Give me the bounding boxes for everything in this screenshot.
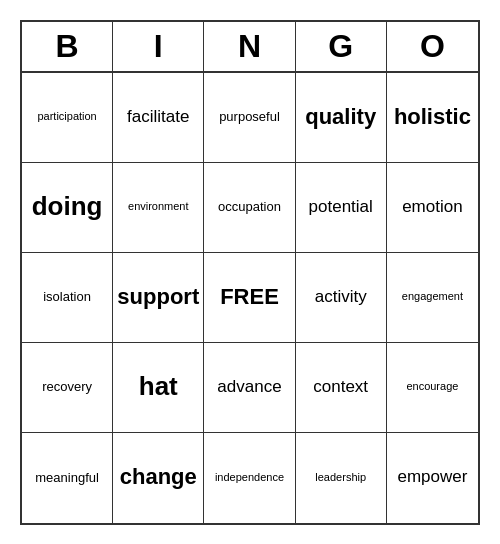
cell-text: engagement <box>402 290 463 303</box>
cell-text: occupation <box>218 199 281 215</box>
cell-text: activity <box>315 287 367 307</box>
cell-text: facilitate <box>127 107 189 127</box>
cell-text: participation <box>37 110 96 123</box>
bingo-cell: participation <box>22 73 113 163</box>
bingo-header: BINGO <box>22 22 478 73</box>
bingo-cell: change <box>113 433 204 523</box>
cell-text: change <box>120 464 197 490</box>
bingo-cell: FREE <box>204 253 295 343</box>
bingo-cell: context <box>296 343 387 433</box>
cell-text: encourage <box>406 380 458 393</box>
bingo-cell: independence <box>204 433 295 523</box>
cell-text: leadership <box>315 471 366 484</box>
cell-text: holistic <box>394 104 471 130</box>
header-letter: I <box>113 22 204 71</box>
bingo-cell: potential <box>296 163 387 253</box>
bingo-cell: occupation <box>204 163 295 253</box>
cell-text: meaningful <box>35 470 99 486</box>
bingo-cell: doing <box>22 163 113 253</box>
bingo-cell: environment <box>113 163 204 253</box>
bingo-cell: emotion <box>387 163 478 253</box>
header-letter: N <box>204 22 295 71</box>
cell-text: independence <box>215 471 284 484</box>
bingo-cell: isolation <box>22 253 113 343</box>
bingo-card: BINGO participationfacilitatepurposefulq… <box>20 20 480 525</box>
bingo-cell: leadership <box>296 433 387 523</box>
bingo-cell: facilitate <box>113 73 204 163</box>
cell-text: purposeful <box>219 109 280 125</box>
cell-text: hat <box>139 371 178 402</box>
bingo-cell: encourage <box>387 343 478 433</box>
header-letter: O <box>387 22 478 71</box>
cell-text: emotion <box>402 197 462 217</box>
bingo-cell: engagement <box>387 253 478 343</box>
bingo-cell: empower <box>387 433 478 523</box>
cell-text: FREE <box>220 284 279 310</box>
cell-text: recovery <box>42 379 92 395</box>
bingo-cell: support <box>113 253 204 343</box>
cell-text: doing <box>32 191 103 222</box>
cell-text: support <box>117 284 199 310</box>
bingo-grid: participationfacilitatepurposefulquality… <box>22 73 478 523</box>
cell-text: isolation <box>43 289 91 305</box>
bingo-cell: advance <box>204 343 295 433</box>
cell-text: quality <box>305 104 376 130</box>
bingo-cell: recovery <box>22 343 113 433</box>
bingo-cell: purposeful <box>204 73 295 163</box>
bingo-cell: holistic <box>387 73 478 163</box>
header-letter: B <box>22 22 113 71</box>
cell-text: context <box>313 377 368 397</box>
bingo-cell: hat <box>113 343 204 433</box>
bingo-cell: activity <box>296 253 387 343</box>
cell-text: environment <box>128 200 189 213</box>
bingo-cell: quality <box>296 73 387 163</box>
cell-text: advance <box>217 377 281 397</box>
cell-text: empower <box>397 467 467 487</box>
header-letter: G <box>296 22 387 71</box>
cell-text: potential <box>309 197 373 217</box>
bingo-cell: meaningful <box>22 433 113 523</box>
